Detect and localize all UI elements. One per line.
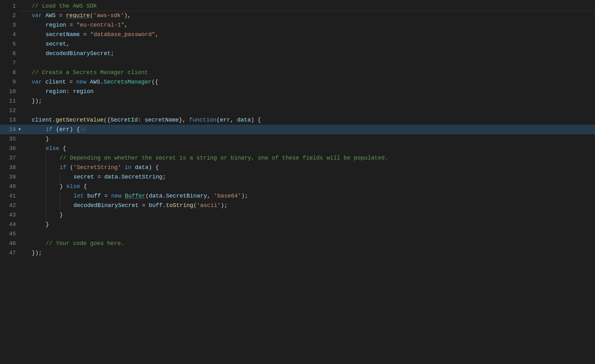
code-line[interactable]: 38if ('SecretString' in data) { — [0, 163, 595, 172]
code-content[interactable]: } — [46, 221, 595, 228]
token-class: SecretsManager — [104, 79, 151, 85]
token-def — [70, 88, 73, 95]
token-def — [42, 12, 45, 19]
line-number: 42 — [0, 202, 18, 209]
code-line[interactable]: 7 — [0, 58, 595, 68]
line-number: 11 — [0, 98, 18, 104]
code-line[interactable]: 9var client = new AWS.SecretsManager({ — [0, 77, 595, 87]
token-def — [66, 79, 69, 85]
code-content[interactable]: } else { — [60, 183, 595, 190]
line-number: 4 — [0, 31, 18, 38]
code-content[interactable]: }); — [32, 250, 595, 256]
code-content[interactable]: client.getSecretValue({SecretId: secretN… — [32, 117, 595, 123]
code-line[interactable]: 47}); — [0, 248, 595, 258]
code-line[interactable]: 13client.getSecretValue({SecretId: secre… — [0, 115, 595, 125]
token-op: = — [98, 174, 101, 180]
token-def — [67, 164, 70, 171]
token-op: = — [59, 12, 62, 19]
token-punc: ( — [145, 193, 149, 199]
code-line[interactable]: 35} — [0, 134, 595, 144]
code-line[interactable]: 46// Your code goes here. — [0, 239, 595, 248]
code-line[interactable]: 36else { — [0, 144, 595, 153]
token-func: toString — [166, 202, 193, 209]
code-content[interactable]: secret, — [46, 41, 595, 47]
code-content[interactable]: }); — [32, 98, 595, 104]
fold-toggle-icon[interactable] — [18, 127, 25, 132]
code-line[interactable]: 1// Load the AWS SDK — [0, 1, 595, 11]
line-number: 35 — [0, 136, 18, 142]
code-content[interactable]: var client = new AWS.SecretsManager({ — [32, 79, 595, 85]
indent-guides — [32, 125, 46, 134]
code-line[interactable]: 41let buff = new Buffer(data.SecretBinar… — [0, 191, 595, 201]
code-line[interactable]: 44} — [0, 220, 595, 229]
token-string: 'ascii' — [197, 202, 221, 209]
code-line[interactable]: 12 — [0, 106, 595, 115]
code-line[interactable]: 5secret, — [0, 39, 595, 49]
indent-guides — [32, 201, 74, 210]
token-class: Buffer — [125, 193, 145, 199]
code-line[interactable]: 6decodedBinarySecret; — [0, 49, 595, 58]
token-op: = — [142, 202, 145, 209]
code-content[interactable]: let buff = new Buffer(data.SecretBinary,… — [74, 193, 595, 199]
code-content[interactable]: if ('SecretString' in data) { — [60, 164, 595, 171]
code-line[interactable]: 45 — [0, 229, 595, 239]
line-number: 43 — [0, 212, 18, 218]
token-func: getSecretValue — [56, 117, 104, 123]
token-def — [121, 193, 125, 199]
code-content[interactable]: decodedBinarySecret; — [46, 50, 595, 57]
line-number: 14 — [0, 126, 18, 133]
code-content[interactable]: if (err) {⋯ — [46, 126, 595, 133]
token-punc: ; — [111, 50, 114, 57]
code-content[interactable]: // Load the AWS SDK — [32, 3, 595, 9]
code-editor[interactable]: 1// Load the AWS SDK2var AWS = require('… — [0, 0, 595, 258]
indent-guides — [32, 172, 74, 182]
token-punc: . — [163, 193, 166, 199]
code-content[interactable]: var AWS = require('aws-sdk'), — [32, 12, 595, 19]
code-line[interactable]: 3region = "eu-central-1", — [0, 20, 595, 30]
token-def — [86, 79, 90, 85]
code-content[interactable]: } — [46, 136, 595, 142]
code-content[interactable]: decodedBinarySecret = buff.toString('asc… — [74, 202, 595, 209]
code-content[interactable]: } — [60, 212, 595, 218]
code-line[interactable]: 43} — [0, 210, 595, 220]
token-var: data — [135, 164, 149, 171]
token-def — [59, 145, 63, 152]
token-var: secretName — [145, 117, 179, 123]
token-def — [73, 22, 76, 28]
token-def — [141, 117, 145, 123]
token-var: AWS — [45, 12, 55, 19]
token-var: AWS — [90, 79, 100, 85]
token-def — [66, 22, 70, 28]
code-line[interactable]: 37// Depending on whether the secret is … — [0, 153, 595, 163]
token-punc: : — [66, 88, 70, 95]
code-content[interactable]: region: region — [46, 88, 595, 95]
code-line[interactable]: 42decodedBinarySecret = buff.toString('a… — [0, 201, 595, 210]
code-content[interactable]: else { — [46, 145, 595, 152]
token-punc: ) — [70, 126, 73, 133]
code-content[interactable]: region = "eu-central-1", — [46, 22, 595, 28]
line-number: 10 — [0, 88, 18, 95]
token-def — [42, 79, 45, 85]
code-content[interactable]: // Create a Secrets Manager client — [32, 69, 595, 76]
token-keyword: new — [76, 79, 86, 85]
code-content[interactable]: secretName = "database_password", — [46, 31, 595, 38]
token-punc: ( — [56, 126, 59, 133]
token-def — [152, 164, 156, 171]
token-var: secretName — [46, 31, 80, 38]
token-string: "eu-central-1" — [76, 22, 124, 28]
token-keyword: if — [46, 126, 53, 133]
code-line[interactable]: 2var AWS = require('aws-sdk'), — [0, 11, 595, 20]
code-line[interactable]: 10region: region — [0, 87, 595, 96]
indent-guides — [32, 144, 46, 153]
code-line[interactable]: 8// Create a Secrets Manager client — [0, 68, 595, 77]
code-line[interactable]: 14if (err) {⋯ — [0, 125, 595, 134]
code-content[interactable]: secret = data.SecretString; — [74, 174, 595, 180]
code-line[interactable]: 11}); — [0, 96, 595, 106]
fold-placeholder[interactable]: ⋯ — [80, 127, 86, 133]
code-line[interactable]: 4secretName = "database_password", — [0, 30, 595, 39]
code-content[interactable]: // Depending on whether the secret is a … — [60, 155, 595, 161]
code-content[interactable]: // Your code goes here. — [46, 240, 595, 247]
code-line[interactable]: 40} else { — [0, 182, 595, 191]
code-line[interactable]: 39secret = data.SecretString; — [0, 172, 595, 182]
line-number: 38 — [0, 164, 18, 171]
